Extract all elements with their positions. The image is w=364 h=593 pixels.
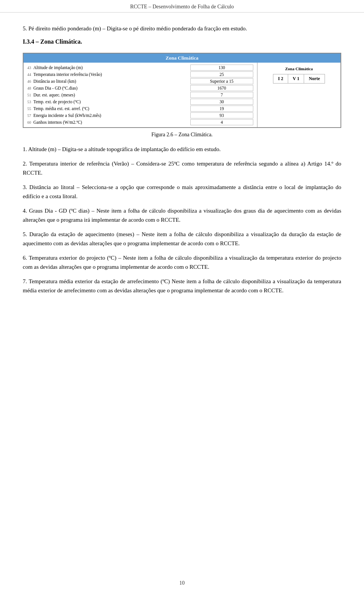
page-footer: 10: [0, 580, 364, 586]
list-item-num-1: 1.: [23, 146, 27, 152]
zona-right-values-box: I 2 V 1 Norte: [273, 74, 325, 84]
zona-right-label: Zona Climática: [285, 66, 313, 71]
zona-table-row: 51 Dur. est. aquec. (meses) 7: [24, 91, 255, 98]
row-label: Temp. média ext. est. arref. (ºC): [33, 105, 189, 112]
list-item-text-6: Temperatura exterior do projecto (ºC) – …: [23, 255, 341, 270]
section-heading: I.3.4 – Zona Climática.: [23, 38, 341, 45]
zona-table-row: 57 Energia incidente a Sul (kWh/m2.mês) …: [24, 112, 255, 119]
page-content: 5. Pé direito médio ponderado (m) – Digi…: [0, 13, 364, 315]
zona-table-row: 44 Temperatura interior referência (Verã…: [24, 71, 255, 78]
row-value-cell: Superior a 15: [189, 78, 255, 85]
zona-right-panel: Zona Climática I 2 V 1 Norte: [257, 63, 340, 127]
list-item-1: 1. Altitude (m) – Digita-se a altitude t…: [23, 145, 341, 154]
row-label: Altitude de implantação (m): [33, 64, 189, 71]
list-item-6: 6. Temperatura exterior do projecto (ºC)…: [23, 253, 341, 271]
row-value-cell: 19: [189, 105, 255, 112]
row-value-cell: 25: [189, 71, 255, 78]
row-number: 57: [24, 112, 33, 119]
list-item-num-4: 4.: [23, 208, 27, 214]
row-value-cell: 1670: [189, 85, 255, 91]
list-item-text-7: Temperatura média exterior da estação de…: [23, 278, 341, 293]
row-value-cell: 30: [189, 98, 255, 105]
zona-left-panel: 43 Altitude de implantação (m) 130 44 Te…: [24, 63, 257, 127]
page-number: 10: [179, 580, 185, 586]
list-item-3: 3. Distância ao litoral – Selecciona-se …: [23, 183, 341, 201]
row-number: 48: [24, 85, 33, 91]
zona-table-row: 55 Temp. média ext. est. arref. (ºC) 19: [24, 105, 255, 112]
row-value: 30: [190, 99, 253, 105]
row-value: 1670: [190, 85, 253, 91]
items-list: 1. Altitude (m) – Digita-se a altitude t…: [23, 145, 341, 295]
zona-val-i2: I 2: [273, 74, 288, 83]
list-item-text-2: Temperatura interior de referência (Verã…: [23, 161, 341, 176]
row-label: Temperatura interior referência (Verão): [33, 71, 189, 78]
intro-text: 5. Pé direito médio ponderado (m) – Digi…: [23, 25, 247, 32]
row-number: 43: [24, 64, 33, 71]
row-label: Ganhos internos (W/m2.ºC): [33, 119, 189, 126]
zona-val-norte: Norte: [304, 74, 324, 83]
list-item-4: 4. Graus Dia - GD (ºC dias) – Neste item…: [23, 206, 341, 224]
row-value: Superior a 15: [190, 78, 253, 84]
row-label: Temp. ext. de projecto (ºC): [33, 98, 189, 105]
list-item-text-1: Altitude (m) – Digita-se a altitude topo…: [27, 146, 221, 152]
zona-table-row: 46 Distância ao litoral (km) Superior a …: [24, 78, 255, 85]
row-value: 19: [190, 106, 253, 112]
zona-val-v1: V 1: [288, 74, 304, 83]
row-number: 53: [24, 98, 33, 105]
zona-table-row: 43 Altitude de implantação (m) 130: [24, 64, 255, 71]
row-value-cell: 7: [189, 91, 255, 98]
list-item-2: 2. Temperatura interior de referência (V…: [23, 159, 341, 177]
list-item-7: 7. Temperatura média exterior da estação…: [23, 277, 341, 295]
list-item-text-3: Distância ao litoral – Selecciona-se a o…: [23, 184, 341, 199]
zona-table-row: 48 Graus Dia - GD (ºC.dias) 1670: [24, 85, 255, 91]
row-number: 60: [24, 119, 33, 126]
row-number: 44: [24, 71, 33, 78]
zona-table-header: Zona Climática: [24, 54, 340, 63]
list-item-num-3: 3.: [23, 184, 27, 190]
figure-caption: Figura 2.6 – Zona Climática.: [23, 132, 341, 138]
list-item-num-6: 6.: [23, 255, 27, 261]
zona-table-row: 60 Ganhos internos (W/m2.ºC) 4: [24, 119, 255, 126]
row-value-cell: 130: [189, 64, 255, 71]
row-label: Dur. est. aquec. (meses): [33, 91, 189, 98]
page-header: RCCTE – Desenvolvimento de Folha de Cálc…: [0, 0, 364, 13]
list-item-text-4: Graus Dia - GD (ºC dias) – Neste item a …: [23, 208, 341, 223]
list-item-num-2: 2.: [23, 161, 27, 167]
row-value: 4: [190, 119, 253, 125]
row-value-cell: 93: [189, 112, 255, 119]
row-value: 7: [190, 92, 253, 98]
list-item-num-7: 7.: [23, 278, 27, 284]
intro-paragraph: 5. Pé direito médio ponderado (m) – Digi…: [23, 24, 341, 33]
row-label: Distância ao litoral (km): [33, 78, 189, 85]
zona-table-row: 53 Temp. ext. de projecto (ºC) 30: [24, 98, 255, 105]
row-number: 46: [24, 78, 33, 85]
row-value-cell: 4: [189, 119, 255, 126]
row-number: 55: [24, 105, 33, 112]
row-value: 25: [190, 71, 253, 77]
header-title: RCCTE – Desenvolvimento de Folha de Cálc…: [130, 4, 234, 9]
row-label: Graus Dia - GD (ºC.dias): [33, 85, 189, 91]
list-item-num-5: 5.: [23, 231, 27, 237]
list-item-5: 5. Duração da estação de aquecimento (me…: [23, 230, 341, 248]
zona-table-body: 43 Altitude de implantação (m) 130 44 Te…: [24, 63, 340, 127]
row-value: 93: [190, 112, 253, 118]
row-label: Energia incidente a Sul (kWh/m2.mês): [33, 112, 189, 119]
row-number: 51: [24, 91, 33, 98]
zona-climatica-figure: Zona Climática 43 Altitude de implantaçã…: [23, 53, 341, 128]
list-item-text-5: Duração da estação de aquecimento (meses…: [23, 231, 341, 246]
row-value: 130: [190, 65, 253, 71]
zona-data-table: 43 Altitude de implantação (m) 130 44 Te…: [24, 64, 255, 126]
